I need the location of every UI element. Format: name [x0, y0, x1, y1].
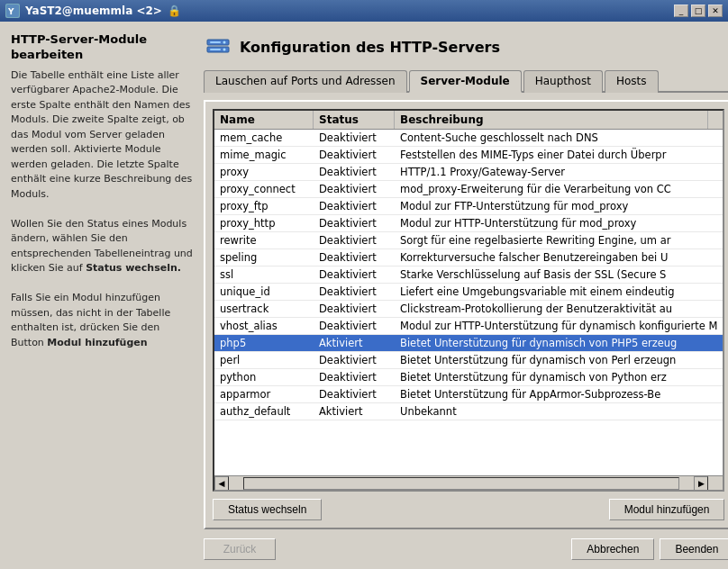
tab-hosts[interactable]: Hosts — [605, 70, 659, 93]
table-row[interactable]: mime_magicDeaktiviertFeststellen des MIM… — [214, 147, 723, 164]
cell-desc: Bietet Unterstützung für AppArmor-Subpro… — [395, 386, 723, 402]
cell-name: mime_magic — [214, 147, 314, 163]
cell-desc: Modul zur HTTP-Unterstützung für mod_pro… — [395, 215, 723, 231]
window-controls[interactable]: _ □ ✕ — [674, 5, 723, 17]
tab-modules[interactable]: Server-Module — [409, 70, 522, 93]
hscroll-track[interactable] — [243, 477, 679, 490]
cell-desc: Bietet Unterstützung für dynamisch von P… — [395, 369, 723, 385]
cell-desc: Content-Suche geschlosselt nach DNS — [395, 130, 723, 146]
cell-desc: Starke Verschlüsselung auf Basis der SSL… — [395, 266, 723, 283]
modules-table: Name Status Beschreibung mem_cacheDeakti… — [213, 109, 724, 492]
titlebar-left: Y YaST2@muemmla <2> 🔒 — [5, 4, 181, 18]
cell-status: Deaktiviert — [314, 164, 395, 180]
cell-name: authz_default — [214, 403, 314, 420]
content-area: Name Status Beschreibung mem_cacheDeakti… — [204, 100, 728, 529]
cell-desc: Feststellen des MIME-Typs einer Datei du… — [395, 147, 723, 163]
titlebar: Y YaST2@muemmla <2> 🔒 _ □ ✕ — [0, 0, 728, 22]
cell-status: Deaktiviert — [314, 352, 395, 368]
table-row[interactable]: sslDeaktiviertStarke Verschlüsselung auf… — [214, 266, 723, 284]
cell-name: apparmor — [214, 386, 314, 402]
table-header: Name Status Beschreibung — [214, 111, 723, 130]
cell-name: perl — [214, 352, 314, 368]
cell-name: unique_id — [214, 284, 314, 300]
cell-status: Deaktiviert — [314, 181, 395, 197]
table-row[interactable]: unique_idDeaktiviertLiefert eine Umgebun… — [214, 284, 723, 301]
table-row[interactable]: proxy_ftpDeaktiviertModul zur FTP-Unters… — [214, 198, 723, 215]
svg-point-5 — [223, 49, 226, 51]
bottom-buttons: Zurück Abbrechen Beenden — [204, 533, 728, 562]
cell-status: Deaktiviert — [314, 249, 395, 266]
cell-name: proxy_connect — [214, 181, 314, 197]
cell-status: Deaktiviert — [314, 130, 395, 146]
cell-name: ssl — [214, 266, 314, 283]
panel-title: Konfiguration des HTTP-Servers — [240, 39, 500, 56]
cell-name: python — [214, 369, 314, 385]
svg-rect-6 — [210, 41, 221, 43]
cell-name: rewrite — [214, 232, 314, 248]
hscroll-right-btn[interactable]: ▶ — [694, 476, 708, 491]
cell-desc: Sorgt für eine regelbasierte Rewriting E… — [395, 232, 723, 248]
table-row[interactable]: usertrackDeaktiviertClickstream-Protokol… — [214, 301, 723, 318]
tab-ports[interactable]: Lauschen auf Ports und Adressen — [204, 70, 407, 93]
col-header-status: Status — [314, 111, 395, 129]
cell-name: proxy_ftp — [214, 198, 314, 214]
status-wechseln-button[interactable]: Status wechseln — [213, 499, 322, 520]
cell-status: Deaktiviert — [314, 284, 395, 300]
table-row[interactable]: apparmorDeaktiviertBietet Unterstützung … — [214, 386, 723, 403]
table-body[interactable]: mem_cacheDeaktiviertContent-Suche geschl… — [214, 130, 723, 475]
cell-desc: Unbekannt — [395, 403, 723, 420]
cell-name: mem_cache — [214, 130, 314, 146]
table-row[interactable]: perlDeaktiviertBietet Unterstützung für … — [214, 352, 723, 369]
beenden-button[interactable]: Beenden — [660, 538, 728, 560]
cell-status: Deaktiviert — [314, 147, 395, 163]
maximize-button[interactable]: □ — [691, 5, 705, 17]
left-panel-description: Die Tabelle enthält eine Liste aller ver… — [11, 68, 193, 351]
cell-name: usertrack — [214, 301, 314, 317]
table-row[interactable]: php5AktiviertBietet Unterstützung für dy… — [214, 335, 723, 352]
close-button[interactable]: ✕ — [708, 5, 723, 17]
left-panel-title: HTTP-Server-Modulebearbeiten — [11, 32, 193, 63]
cell-status: Aktiviert — [314, 335, 395, 351]
hscroll-left-btn[interactable]: ◀ — [214, 476, 229, 491]
titlebar-extra: 🔒 — [168, 5, 181, 17]
table-row[interactable]: mem_cacheDeaktiviertContent-Suche geschl… — [214, 130, 723, 147]
cell-name: speling — [214, 249, 314, 266]
app-icon: Y — [5, 4, 20, 18]
modul-hinzufuegen-button[interactable]: Modul hinzufügen — [609, 499, 725, 520]
cell-desc: HTTP/1.1 Proxy/Gateway-Server — [395, 164, 723, 180]
table-row[interactable]: proxyDeaktiviertHTTP/1.1 Proxy/Gateway-S… — [214, 164, 723, 181]
cell-desc: Clickstream-Protokollierung der Benutzer… — [395, 301, 723, 317]
cell-status: Deaktiviert — [314, 198, 395, 214]
table-row[interactable]: authz_defaultAktiviertUnbekannt — [214, 403, 723, 420]
cell-status: Deaktiviert — [314, 369, 395, 385]
table-row[interactable]: proxy_connectDeaktiviertmod_proxy-Erweit… — [214, 181, 723, 198]
panel-header: Konfiguration des HTTP-Servers — [204, 29, 728, 65]
svg-text:Y: Y — [7, 7, 14, 16]
table-row[interactable]: rewriteDeaktiviertSorgt für eine regelba… — [214, 232, 723, 249]
minimize-button[interactable]: _ — [674, 5, 688, 17]
cell-desc: Liefert eine Umgebungsvariable mit einem… — [395, 284, 723, 300]
abbrechen-button[interactable]: Abbrechen — [571, 538, 654, 560]
tab-haupthost[interactable]: Haupthost — [523, 70, 603, 93]
cell-desc: mod_proxy-Erweiterung für die Verarbeitu… — [395, 181, 723, 197]
server-config-icon — [204, 32, 232, 61]
table-row[interactable]: pythonDeaktiviertBietet Unterstützung fü… — [214, 369, 723, 386]
cell-desc: Bietet Unterstützung für dynamisch von P… — [395, 335, 723, 351]
cell-name: vhost_alias — [214, 318, 314, 334]
main-window: HTTP-Server-Modulebearbeiten Die Tabelle… — [0, 22, 728, 569]
svg-rect-7 — [210, 49, 221, 50]
left-panel: HTTP-Server-Modulebearbeiten Die Tabelle… — [7, 29, 196, 562]
zurueck-button[interactable]: Zurück — [204, 538, 276, 560]
cell-name: php5 — [214, 335, 314, 351]
cell-status: Deaktiviert — [314, 318, 395, 334]
table-hscrollbar[interactable]: ◀ ▶ — [214, 475, 723, 490]
cell-status: Deaktiviert — [314, 266, 395, 283]
col-header-name: Name — [214, 111, 314, 129]
cell-desc: Modul zur HTTP-Unterstützung für dynamis… — [395, 318, 723, 334]
table-row[interactable]: proxy_httpDeaktiviertModul zur HTTP-Unte… — [214, 215, 723, 232]
table-row[interactable]: spelingDeaktiviertKorrekturversuche fals… — [214, 249, 723, 266]
cell-status: Aktiviert — [314, 403, 395, 420]
table-row[interactable]: vhost_aliasDeaktiviertModul zur HTTP-Unt… — [214, 318, 723, 335]
action-buttons: Status wechseln Modul hinzufügen — [213, 499, 724, 520]
cell-desc: Modul zur FTP-Unterstützung für mod_prox… — [395, 198, 723, 214]
